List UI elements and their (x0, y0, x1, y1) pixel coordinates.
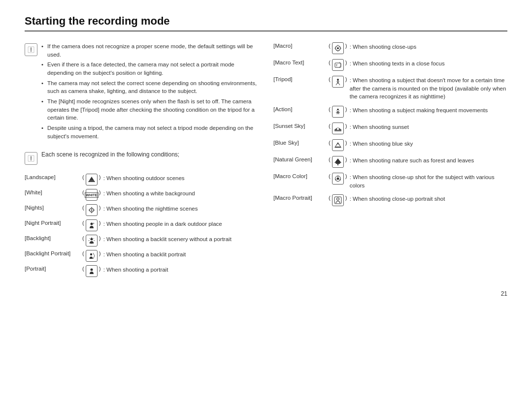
note-icon-1 (25, 43, 37, 56)
icon-backlight-portrait (86, 250, 98, 262)
label-backlight-portrait: [Backlight Portrait] (25, 250, 81, 256)
scene-white: [White] ( WHITE ) : When shooting a whit… (25, 189, 259, 201)
scene-macro-portrait: [Macro Portrait] ( ) : When shooting clo… (273, 194, 507, 206)
scene-sunset: [Sunset Sky] ( ) : When shooting sunset (273, 123, 507, 134)
scene-macro: [Macro] ( ) : When shooting close-ups (273, 42, 507, 54)
svg-point-16 (337, 79, 339, 81)
bullet-3: The camera may not select the correct sc… (41, 79, 259, 95)
page-number: 21 (25, 290, 507, 297)
note-icon-2 (25, 152, 37, 165)
right-column: [Macro] ( ) : When shooting close-ups [M… (273, 42, 507, 280)
label-macro-text: [Macro Text] (273, 59, 328, 65)
icon-action (332, 106, 344, 118)
svg-point-35 (336, 198, 339, 200)
label-macro: [Macro] (273, 42, 328, 49)
svg-point-33 (339, 179, 340, 180)
label-sunset: [Sunset Sky] (273, 123, 328, 129)
scene-note-block: Each scene is recognized in the followin… (25, 151, 259, 165)
icon-backlight (86, 235, 98, 247)
svg-point-10 (90, 253, 92, 255)
svg-point-13 (337, 47, 339, 49)
label-natural-green: [Natural Green] (273, 156, 328, 162)
label-nights: [Nights] (25, 204, 81, 211)
left-column: If the camera does not recognize a prope… (25, 42, 259, 280)
icon-macro-color (332, 173, 344, 185)
svg-marker-6 (94, 210, 95, 211)
scene-backlight-portrait: [Backlight Portrait] ( ) : When shooting… (25, 250, 259, 262)
svg-point-21 (337, 109, 339, 111)
scene-landscape: [Landscape] ( ) : When shooting outdoor … (25, 174, 259, 185)
label-blue-sky: [Blue Sky] (273, 139, 328, 146)
label-tripod: [Tripod] (273, 76, 328, 82)
bullet-5: Despite using a tripod, the camera may n… (41, 124, 259, 140)
svg-point-11 (90, 269, 93, 271)
svg-rect-23 (334, 130, 341, 131)
svg-point-31 (336, 178, 339, 180)
icon-natural-green (332, 156, 344, 168)
scene-night-portrait: [Night Portrait] ( ) : When shooting peo… (25, 219, 259, 231)
label-landscape: [Landscape] (25, 174, 81, 180)
note-block-1: If the camera does not recognize a prope… (25, 42, 259, 142)
svg-marker-5 (88, 210, 90, 211)
svg-point-8 (93, 223, 94, 224)
icon-white: WHITE (86, 189, 98, 201)
svg-point-32 (337, 176, 338, 177)
svg-point-9 (90, 238, 93, 241)
scene-macro-color: [Macro Color] ( ) : When shooting close-… (273, 173, 507, 189)
icon-night-portrait (86, 219, 98, 231)
icon-macro (332, 42, 344, 54)
note-text-1: If the camera does not recognize a prope… (41, 42, 259, 142)
icon-portrait (86, 265, 98, 277)
svg-text:T: T (336, 64, 337, 67)
label-white: [White] (25, 189, 81, 195)
svg-marker-3 (91, 207, 92, 208)
svg-point-7 (90, 223, 93, 225)
label-macro-color: [Macro Color] (273, 173, 328, 179)
scene-nights: [Nights] ( ) : When shooting the nightti… (25, 204, 259, 216)
icon-sunset (332, 123, 344, 134)
scene-backlight: [Backlight] ( ) : When shooting a backli… (25, 235, 259, 247)
left-scene-list: [Landscape] ( ) : When shooting outdoor … (25, 174, 259, 277)
bullet-1: If the camera does not recognize a prope… (41, 42, 259, 59)
label-portrait: [Portrait] (25, 265, 81, 272)
scene-natural-green: [Natural Green] ( ) : When shooting natu… (273, 156, 507, 168)
scene-action: [Action] ( ) : When shooting a subject m… (273, 106, 507, 118)
icon-tripod (332, 76, 344, 88)
label-backlight: [Backlight] (25, 235, 81, 241)
page-title: Starting the recording mode (25, 15, 507, 28)
label-action: [Action] (273, 106, 328, 112)
scene-intro-text: Each scene is recognized in the followin… (41, 151, 259, 165)
icon-nights (86, 204, 98, 216)
icon-blue-sky (332, 139, 344, 151)
scene-portrait: [Portrait] ( ) : When shooting a portrai… (25, 265, 259, 277)
scene-macro-text: [Macro Text] ( T ) : When shooting texts… (273, 59, 507, 71)
scene-tripod: [Tripod] ( ) : When shooting a subject t… (273, 76, 507, 101)
svg-point-34 (335, 179, 336, 180)
label-night-portrait: [Night Portrait] (25, 219, 81, 226)
svg-rect-1 (89, 180, 94, 182)
svg-rect-29 (337, 164, 338, 165)
icon-landscape (86, 174, 98, 185)
icon-macro-text: T (332, 59, 344, 71)
svg-marker-4 (91, 212, 92, 214)
label-macro-portrait: [Macro Portrait] (273, 194, 328, 201)
scene-blue-sky: [Blue Sky] ( ) : When shooting blue sky (273, 139, 507, 151)
bullet-4: The [Night] mode recognizes scenes only … (41, 97, 259, 122)
icon-macro-portrait (332, 194, 344, 206)
bullet-2: Even if there is a face detected, the ca… (41, 61, 259, 77)
svg-point-24 (336, 128, 339, 130)
